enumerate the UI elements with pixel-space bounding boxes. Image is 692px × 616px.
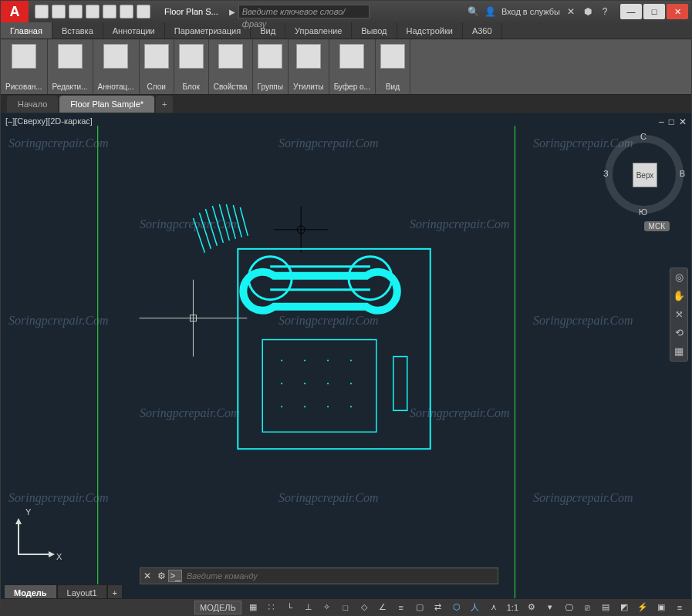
command-customize-icon[interactable]: ⚙	[154, 571, 168, 581]
status-annoscale-icon[interactable]: 人	[468, 601, 482, 614]
user-icon[interactable]: 👤	[484, 5, 497, 18]
svg-point-24	[304, 360, 305, 362]
qat-saveas-icon[interactable]	[86, 5, 100, 19]
status-scale-label[interactable]: 1:1	[505, 601, 520, 614]
svg-point-31	[281, 406, 282, 407]
svg-point-26	[350, 360, 352, 362]
ribbon-group-layers[interactable]: Слои	[140, 39, 174, 94]
status-lineweight-icon[interactable]: ≡	[394, 601, 408, 614]
tab-annotate[interactable]: Аннотации	[103, 22, 165, 39]
svg-rect-18	[393, 357, 407, 411]
ribbon-group-utils[interactable]: Утилиты	[289, 39, 329, 94]
ribbon-group-modify[interactable]: Редакти...	[48, 39, 93, 94]
layout-tab-model[interactable]: Модель	[4, 584, 57, 600]
status-monitor-icon[interactable]: 🖵	[562, 601, 576, 614]
window-close-button[interactable]: ✕	[667, 4, 688, 19]
measure-icon	[296, 44, 321, 69]
folder-icon	[380, 44, 405, 69]
document-title: Floor Plan S...	[157, 7, 226, 16]
title-bar: A Floor Plan S... ▶ Введите ключевое сло…	[1, 1, 691, 22]
status-units-icon[interactable]: ⎚	[580, 601, 594, 614]
move-icon	[58, 44, 83, 69]
group-icon	[258, 44, 282, 69]
document-tabs: Начало Floor Plan Sample* +	[1, 95, 691, 113]
tab-parametric[interactable]: Параметризация	[165, 22, 251, 39]
status-gear-icon[interactable]: ⚙	[525, 601, 538, 614]
window-minimize-button[interactable]: —	[620, 4, 642, 19]
qat-save-icon[interactable]	[69, 5, 83, 19]
ribbon-group-clip[interactable]: Буфер о...	[329, 39, 376, 94]
svg-point-29	[327, 382, 329, 384]
chevron-right-icon[interactable]: ▶	[226, 8, 238, 16]
app-window: A Floor Plan S... ▶ Введите ключевое сло…	[0, 0, 692, 616]
status-3dosnap-icon[interactable]: ◇	[357, 601, 371, 614]
status-quickprops-icon[interactable]: ▤	[599, 601, 613, 614]
drawing-area[interactable]: [–][Сверху][2D-каркас] – □ ✕ Верх С Ю З …	[1, 113, 691, 615]
status-snap-icon[interactable]: ⸬	[265, 601, 278, 614]
ribbon-group-groups[interactable]: Группы	[253, 39, 289, 94]
svg-point-27	[281, 382, 282, 384]
status-hardware-icon[interactable]: ⚡	[636, 601, 650, 614]
tab-output[interactable]: Вывод	[352, 22, 397, 39]
svg-point-34	[350, 406, 352, 407]
ucs-icon[interactable]: Y X	[12, 507, 66, 561]
app-logo[interactable]: A	[1, 1, 29, 22]
status-polar-icon[interactable]: ✧	[320, 601, 334, 614]
svg-point-28	[304, 382, 305, 384]
status-workspace-icon[interactable]: ▾	[543, 601, 557, 614]
command-input[interactable]	[182, 569, 498, 583]
status-annovisible-icon[interactable]: ⋏	[487, 601, 501, 614]
ribbon-group-draw[interactable]: Рисован...	[1, 39, 48, 94]
status-cycling-icon[interactable]: ⇄	[431, 601, 445, 614]
quick-access-toolbar	[29, 5, 157, 19]
status-isoplane-icon[interactable]: ⬡	[450, 601, 464, 614]
search-input[interactable]: Введите ключевое слово/фразу	[238, 5, 370, 19]
command-line[interactable]: ✕ ⚙ >_	[140, 567, 498, 584]
qat-new-icon[interactable]	[35, 5, 49, 19]
tab-insert[interactable]: Вставка	[52, 22, 103, 39]
qat-open-icon[interactable]	[52, 5, 66, 19]
status-ortho-icon[interactable]: ⊥	[302, 601, 316, 614]
status-osnap-icon[interactable]: □	[339, 601, 353, 614]
block-icon	[179, 44, 204, 69]
document-tab-add[interactable]: +	[156, 96, 173, 113]
command-prompt-icon: >_	[168, 570, 182, 582]
line-icon	[12, 44, 36, 69]
properties-icon	[218, 44, 243, 69]
status-cleanscreen-icon[interactable]: ▣	[654, 601, 668, 614]
status-isolate-icon[interactable]: ◩	[617, 601, 631, 614]
window-maximize-button[interactable]: □	[643, 4, 665, 19]
qat-redo-icon[interactable]	[137, 5, 150, 19]
exchange-icon[interactable]: ✕	[565, 5, 577, 18]
ribbon-tabs: Главная Вставка Аннотации Параметризация…	[1, 22, 691, 39]
qat-print-icon[interactable]	[103, 5, 116, 19]
ribbon-group-props[interactable]: Свойства	[209, 39, 253, 94]
layout-tab-add[interactable]: +	[107, 584, 123, 600]
tab-addins[interactable]: Надстройки	[397, 22, 463, 39]
help-icon[interactable]: ?	[599, 5, 611, 18]
ribbon-group-annotate[interactable]: Аннотац...	[93, 39, 140, 94]
svg-point-32	[304, 406, 305, 407]
ribbon-group-block[interactable]: Блок	[174, 39, 209, 94]
command-close-icon[interactable]: ✕	[140, 571, 154, 581]
ribbon: Рисован... Редакти... Аннотац... Слои Бл…	[1, 39, 691, 95]
status-grid-icon[interactable]: ▦	[246, 601, 260, 614]
binoculars-icon[interactable]: 🔍	[468, 5, 480, 18]
tab-manage[interactable]: Управление	[285, 22, 352, 39]
document-tab-active[interactable]: Floor Plan Sample*	[59, 96, 154, 113]
signin-link[interactable]: Вход в службы	[501, 7, 560, 16]
status-transparency-icon[interactable]: ▢	[413, 601, 427, 614]
tab-home[interactable]: Главная	[1, 22, 52, 39]
status-otrack-icon[interactable]: ∠	[376, 601, 390, 614]
svg-point-23	[281, 360, 282, 362]
qat-undo-icon[interactable]	[120, 5, 133, 19]
document-tab-start[interactable]: Начало	[7, 96, 58, 113]
a360-icon[interactable]: ⬢	[582, 5, 594, 18]
status-model-button[interactable]: МОДЕЛЬ	[194, 601, 241, 614]
ribbon-group-view[interactable]: Вид	[376, 39, 410, 94]
layout-tab-layout1[interactable]: Layout1	[57, 584, 107, 600]
status-bar: МОДЕЛЬ ▦ ⸬ └ ⊥ ✧ □ ◇ ∠ ≡ ▢ ⇄ ⬡ 人 ⋏ 1:1 ⚙…	[1, 598, 691, 615]
status-customize-icon[interactable]: ≡	[673, 601, 687, 614]
status-infer-icon[interactable]: └	[283, 601, 297, 614]
tab-a360[interactable]: A360	[463, 22, 502, 39]
